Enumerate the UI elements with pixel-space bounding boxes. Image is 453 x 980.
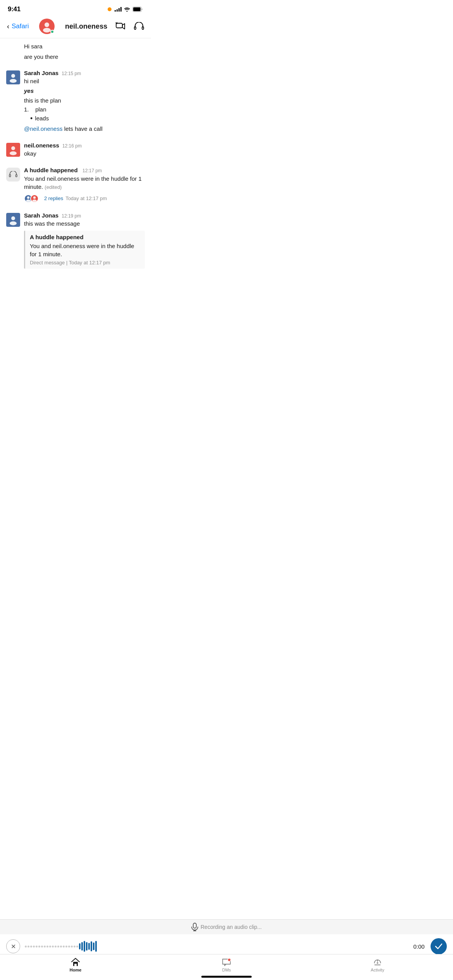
neil-okay: okay: [24, 149, 145, 158]
quote-title: A huddle happened: [30, 234, 140, 240]
reply-avatars: [24, 194, 39, 203]
svg-rect-1: [133, 7, 141, 11]
svg-point-3: [43, 28, 51, 33]
huddle-button[interactable]: [115, 21, 126, 31]
nav-bar: ‹ Safari neil.oneness: [0, 15, 151, 38]
neil-author: neil.oneness: [24, 142, 59, 149]
headphones-button[interactable]: [133, 21, 145, 31]
wifi-icon: [124, 7, 130, 12]
message-sarah-1: Sarah Jonas 12:15 pm hi neil yes this is…: [0, 67, 151, 136]
huddle-time: 12:17 pm: [82, 168, 102, 173]
neil-message-content: neil.oneness 12:16 pm okay: [24, 142, 145, 158]
reply-neil-icon: [31, 195, 38, 202]
sarah-author-2: Sarah Jonas: [24, 212, 58, 219]
nav-left: ‹ Safari: [6, 22, 29, 31]
replies-link[interactable]: 2 replies: [44, 195, 63, 201]
sarah-avatar-icon: [8, 72, 19, 83]
chat-title: neil.oneness: [65, 22, 107, 31]
svg-point-5: [117, 22, 117, 23]
msg-line-hi: hi neil: [24, 77, 145, 85]
nav-actions: [115, 21, 145, 31]
sarah-message-content-2: Sarah Jonas 12:19 pm this was the messag…: [24, 212, 145, 269]
headphones-icon: [134, 22, 144, 31]
sarah-avatar: [6, 70, 20, 84]
msg-mention-row: @neil.oneness lets have a call: [24, 125, 145, 133]
msg-line-numbered: 1. plan: [24, 105, 145, 113]
orange-dot: [108, 7, 112, 11]
edited-label: (edited): [45, 184, 62, 190]
online-indicator: [50, 30, 54, 34]
status-bar: 9:41: [0, 0, 151, 15]
svg-point-15: [26, 199, 30, 202]
reply-avatar-neil: [30, 194, 39, 203]
quote-meta: Direct message | Today at 12:17 pm: [30, 260, 140, 266]
message-author: Sarah Jonas: [24, 70, 58, 76]
huddle-message: A huddle happened 12:17 pm You and neil.…: [0, 164, 151, 206]
huddle-title: A huddle happened: [24, 167, 78, 173]
bullet-dot: •: [30, 114, 33, 123]
back-button[interactable]: ‹: [6, 22, 10, 31]
status-time: 9:41: [8, 5, 21, 13]
nav-avatar-wrap: [39, 19, 55, 34]
message-neil-1: neil.oneness 12:16 pm okay: [0, 139, 151, 161]
msg-bullet-leads: leads: [35, 114, 49, 122]
neil-avatar-icon: [8, 144, 19, 155]
quote-block: A huddle happened You and neil.oneness w…: [24, 231, 145, 269]
msg-bullet-row: • leads: [24, 114, 145, 123]
neil-time: 12:16 pm: [62, 143, 82, 149]
status-icons: [108, 7, 143, 12]
msg-text: are you there: [24, 53, 145, 62]
message-sarah-2: Sarah Jonas 12:19 pm this was the messag…: [0, 209, 151, 272]
huddle-body: You and neil.oneness were in the huddle …: [24, 175, 145, 191]
svg-point-16: [33, 196, 36, 199]
message-time: 12:15 pm: [62, 71, 81, 76]
neil-avatar: [6, 143, 20, 157]
svg-point-8: [11, 74, 15, 78]
huddle-icon: [115, 22, 125, 31]
sarah-time-2: 12:19 pm: [62, 213, 81, 219]
svg-point-9: [10, 79, 17, 83]
sarah-avatar-2: [6, 213, 20, 227]
sarah-avatar-icon-2: [8, 214, 19, 225]
huddle-header: A huddle happened 12:17 pm: [24, 167, 145, 174]
huddle-content: A huddle happened 12:17 pm You and neil.…: [24, 167, 145, 202]
headphones-small-icon: [9, 171, 17, 178]
svg-point-19: [10, 221, 17, 225]
huddle-event-icon: [6, 168, 20, 182]
replies-row[interactable]: 2 replies Today at 12:17 pm: [24, 194, 145, 203]
signal-bars-icon: [115, 7, 122, 12]
sarah-message-content: Sarah Jonas 12:15 pm hi neil yes this is…: [24, 70, 145, 133]
svg-point-18: [11, 216, 15, 220]
svg-point-17: [32, 199, 36, 202]
chat-area: Hi sara are you there Sarah Jonas 12:15 …: [0, 38, 151, 310]
message-header-neil: neil.oneness 12:16 pm: [24, 142, 145, 149]
svg-point-14: [27, 196, 30, 199]
mention-neil[interactable]: @neil.oneness: [24, 125, 62, 132]
message-header: Sarah Jonas 12:15 pm: [24, 70, 145, 76]
battery-icon: [132, 7, 143, 12]
msg-line-plan: this is the plan: [24, 96, 145, 105]
replies-time: Today at 12:17 pm: [65, 195, 107, 201]
message-continuation-1: Hi sara are you there: [0, 38, 151, 62]
quote-body: You and neil.oneness were in the huddle …: [30, 242, 140, 258]
msg-line-yes: yes: [24, 87, 145, 95]
svg-point-10: [11, 146, 15, 150]
safari-back-label[interactable]: Safari: [12, 22, 29, 30]
svg-point-2: [45, 22, 49, 27]
message-header-sarah-2: Sarah Jonas 12:19 pm: [24, 212, 145, 219]
sarah-msg-text-2: this was the message: [24, 219, 145, 228]
msg-text: Hi sara: [24, 42, 145, 51]
svg-point-11: [10, 151, 17, 155]
